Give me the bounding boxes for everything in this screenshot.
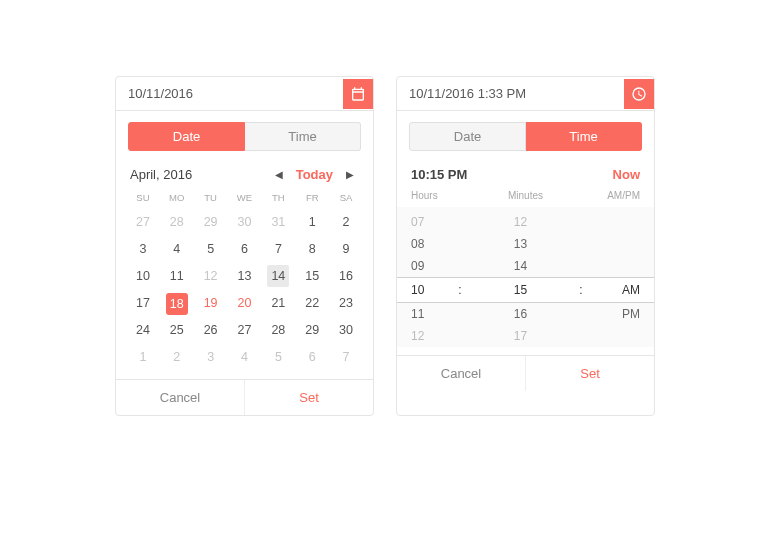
dow-header: WE	[228, 186, 262, 209]
now-button[interactable]: Now	[613, 167, 640, 182]
date-input[interactable]: 10/11/2016	[116, 77, 343, 110]
time-spinner-row[interactable]: 1217	[397, 325, 654, 347]
tab-time[interactable]: Time	[526, 122, 642, 151]
calendar-day[interactable]: 24	[126, 317, 160, 344]
dow-header: TH	[261, 186, 295, 209]
calendar-day[interactable]: 1	[295, 209, 329, 236]
calendar-day[interactable]: 14	[261, 263, 295, 290]
date-input-header: 10/11/2016	[116, 77, 373, 111]
today-button[interactable]: Today	[288, 167, 341, 182]
dow-header: TU	[194, 186, 228, 209]
calendar-icon[interactable]	[343, 79, 373, 109]
time-spinner-row[interactable]: 10:15:AM	[397, 277, 654, 303]
tab-time[interactable]: Time	[245, 122, 361, 151]
calendar-day[interactable]: 28	[261, 317, 295, 344]
calendar-day[interactable]: 7	[329, 344, 363, 371]
time-spinner-row[interactable]: 0712	[397, 211, 654, 233]
calendar-day[interactable]: 2	[329, 209, 363, 236]
calendar-day[interactable]: 23	[329, 290, 363, 317]
hours-label: Hours	[411, 190, 487, 201]
calendar-day[interactable]: 30	[329, 317, 363, 344]
calendar-day[interactable]: 29	[295, 317, 329, 344]
calendar-day[interactable]: 28	[160, 209, 194, 236]
minutes-label: Minutes	[487, 190, 563, 201]
tab-date[interactable]: Date	[409, 122, 526, 151]
time-spinner-row[interactable]: 1116PM	[397, 303, 654, 325]
calendar-day[interactable]: 29	[194, 209, 228, 236]
calendar-day[interactable]: 8	[295, 236, 329, 263]
calendar-month-title[interactable]: April, 2016	[130, 167, 270, 182]
set-button[interactable]: Set	[526, 356, 654, 391]
dow-header: SU	[126, 186, 160, 209]
calendar-day[interactable]: 27	[228, 317, 262, 344]
prev-month-icon[interactable]: ◀	[270, 169, 288, 180]
time-picker-panel: 10/11/2016 1:33 PM Date Time 10:15 PM No…	[396, 76, 655, 416]
calendar-day[interactable]: 17	[126, 290, 160, 317]
calendar-day[interactable]: 10	[126, 263, 160, 290]
calendar-day[interactable]: 19	[194, 290, 228, 317]
calendar-day[interactable]: 6	[228, 236, 262, 263]
calendar-day[interactable]: 11	[160, 263, 194, 290]
calendar-day[interactable]: 18	[160, 290, 194, 317]
time-spinner-row[interactable]: 0914	[397, 255, 654, 277]
calendar-day[interactable]: 5	[194, 236, 228, 263]
set-button[interactable]: Set	[245, 380, 373, 415]
calendar-day[interactable]: 3	[126, 236, 160, 263]
calendar-day[interactable]: 6	[295, 344, 329, 371]
cancel-button[interactable]: Cancel	[116, 380, 245, 415]
time-spinner-row[interactable]: 0813	[397, 233, 654, 255]
date-picker-panel: 10/11/2016 Date Time April, 2016 ◀ Today…	[115, 76, 374, 416]
calendar-day[interactable]: 16	[329, 263, 363, 290]
calendar-day[interactable]: 22	[295, 290, 329, 317]
dow-header: FR	[295, 186, 329, 209]
calendar-day[interactable]: 25	[160, 317, 194, 344]
selected-time-display: 10:15 PM	[411, 167, 613, 182]
cancel-button[interactable]: Cancel	[397, 356, 526, 391]
calendar-day[interactable]: 9	[329, 236, 363, 263]
calendar-day[interactable]: 27	[126, 209, 160, 236]
calendar-day[interactable]: 4	[228, 344, 262, 371]
calendar-day[interactable]: 30	[228, 209, 262, 236]
calendar-day[interactable]: 15	[295, 263, 329, 290]
calendar-day[interactable]: 1	[126, 344, 160, 371]
calendar-day[interactable]: 21	[261, 290, 295, 317]
calendar-day[interactable]: 13	[228, 263, 262, 290]
dow-header: MO	[160, 186, 194, 209]
calendar-day[interactable]: 7	[261, 236, 295, 263]
calendar-day[interactable]: 12	[194, 263, 228, 290]
calendar-day[interactable]: 4	[160, 236, 194, 263]
dow-header: SA	[329, 186, 363, 209]
datetime-input-header: 10/11/2016 1:33 PM	[397, 77, 654, 111]
calendar-day[interactable]: 3	[194, 344, 228, 371]
calendar-day[interactable]: 20	[228, 290, 262, 317]
calendar-day[interactable]: 5	[261, 344, 295, 371]
calendar-day[interactable]: 26	[194, 317, 228, 344]
clock-icon[interactable]	[624, 79, 654, 109]
tab-date[interactable]: Date	[128, 122, 245, 151]
ampm-label: AM/PM	[564, 190, 640, 201]
next-month-icon[interactable]: ▶	[341, 169, 359, 180]
datetime-input[interactable]: 10/11/2016 1:33 PM	[397, 77, 624, 110]
calendar-day[interactable]: 2	[160, 344, 194, 371]
calendar-day[interactable]: 31	[261, 209, 295, 236]
